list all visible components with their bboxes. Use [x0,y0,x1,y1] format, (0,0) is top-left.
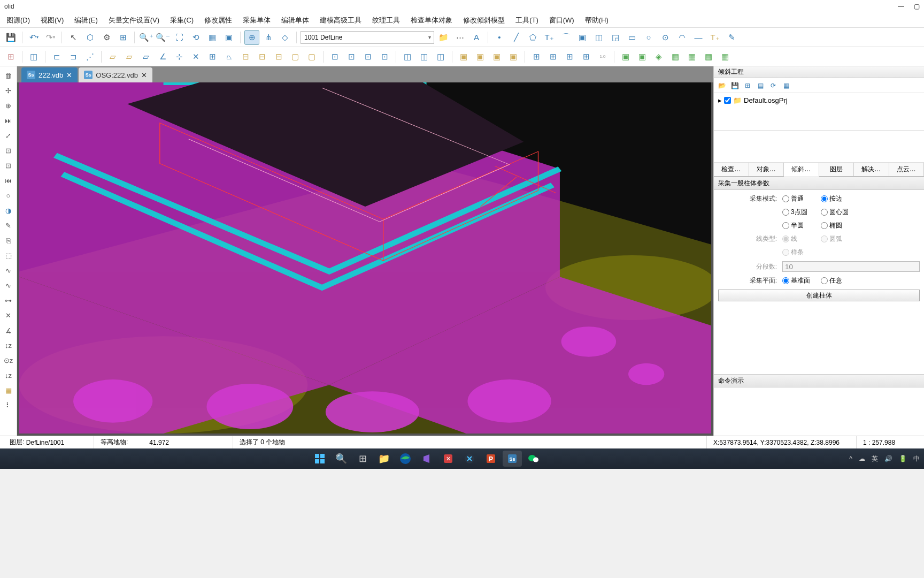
lb-cut-icon[interactable]: ✕ [1,308,16,322]
rp-save-icon[interactable]: 💾 [729,80,741,92]
vs-icon[interactable] [417,451,436,467]
redo-icon[interactable]: ↷▾ [43,30,58,45]
tb2-e2-icon[interactable]: ▣ [635,49,650,64]
tb2-sq3-icon[interactable]: ⊡ [360,49,375,64]
panel-tab-check[interactable]: 检查… [714,163,749,176]
tb2-sq1-icon[interactable]: ⊡ [327,49,342,64]
app1-icon[interactable]: ✕ [438,451,458,467]
rect-icon[interactable]: ▭ [625,30,640,45]
lb-angle-icon[interactable]: ∡ [1,323,16,337]
rp-add-icon[interactable]: ⊞ [742,80,753,92]
mode-semi[interactable]: 半圆 [782,221,817,230]
eyedropper-icon[interactable]: ✎ [724,30,739,45]
menu-check[interactable]: 检查单体对象 [406,13,457,27]
text-box-icon[interactable]: A [469,30,484,45]
tb2-trap-icon[interactable]: ⏢ [221,49,236,64]
lb-delete-icon[interactable]: 🗑 [1,69,16,82]
hexagon-icon[interactable]: ⬡ [82,30,97,45]
tb2-g3-icon[interactable]: ◫ [433,49,448,64]
search-button[interactable]: 🔍 [332,451,351,467]
powerpoint-icon[interactable]: P [481,451,500,467]
mode-center[interactable]: 圆心圆 [821,208,855,217]
lb-curve2-icon[interactable]: ∿ [1,278,16,292]
arc2-icon[interactable]: ◠ [674,30,689,45]
tb2-c1-icon[interactable]: ▣ [456,49,471,64]
wechat-icon[interactable] [524,451,543,467]
tb2-diag-icon[interactable]: ⋰ [82,49,97,64]
mode-byedge[interactable]: 按边 [821,194,855,203]
arc-icon[interactable]: ⌒ [558,30,573,45]
menu-modattr[interactable]: 修改属性 [200,13,236,27]
rp-refresh-icon[interactable]: ⟳ [767,80,779,92]
gear-icon[interactable]: ⚙ [99,30,114,45]
box-icon[interactable]: ◫ [591,30,606,45]
menu-vector[interactable]: 矢量文件设置(V) [104,13,164,27]
tb2-e1-icon[interactable]: ▣ [618,49,633,64]
lb-link-icon[interactable]: ⊶ [1,293,16,307]
tb2-align-right-icon[interactable]: ⊐ [66,49,81,64]
tb2-e3-icon[interactable]: ◈ [651,49,666,64]
tb2-1-icon[interactable]: ⊞ [3,49,18,64]
edge-icon[interactable] [396,451,415,467]
tray-ime[interactable]: 英 [872,454,878,463]
settings2-icon[interactable]: ⊞ [116,30,130,45]
menu-collectsingle[interactable]: 采集单体 [238,13,275,27]
lb-expand-icon[interactable]: ⤢ [1,128,16,142]
tb2-layer3-icon[interactable]: ▱ [138,49,153,64]
tray-ime2[interactable]: 中 [913,454,920,463]
menu-window[interactable]: 窗口(W) [545,13,579,27]
project-tree[interactable]: ▸ 📁 Default.osgPrj [714,93,924,131]
start-button[interactable] [310,451,329,467]
pointer-icon[interactable]: ↖ [66,30,81,45]
tb2-stack2-icon[interactable]: ⊟ [255,49,270,64]
tab-222-vdb[interactable]: Ss 222.vdb ✕ [21,67,78,82]
tab-close-icon[interactable]: ✕ [141,71,147,79]
lb-more-icon[interactable]: ⠇ [1,398,16,412]
undo-icon[interactable]: ↶▾ [26,30,41,45]
explorer-icon[interactable]: 📁 [374,451,394,467]
dash-icon[interactable]: — [691,30,706,45]
menu-modeltools[interactable]: 建模高级工具 [315,13,366,27]
tray-volume-icon[interactable]: 🔊 [884,455,892,462]
lb-z3-icon[interactable]: ↓z [1,368,16,382]
rhombus-icon[interactable]: ◇ [278,30,292,45]
zoom-out-icon[interactable]: 🔍⁻ [155,30,170,45]
lb-copy-icon[interactable]: ⎘ [1,233,16,247]
mode-ellipse[interactable]: 椭圆 [821,221,855,230]
plane-base[interactable]: 基准面 [782,276,817,285]
folder-icon[interactable]: 📁 [436,30,451,45]
lb-curve-icon[interactable]: ∿ [1,263,16,277]
tb2-sq2-icon[interactable]: ⊡ [344,49,359,64]
panel-tab-cloud[interactable]: 点云… [889,163,925,176]
lb-add-icon[interactable]: ⊕ [1,98,16,112]
lb-circle-icon[interactable]: ○ [1,188,16,202]
layer-combo[interactable]: 1001 DefLine [301,31,434,44]
pan-icon[interactable]: ▦ [205,30,220,45]
tb2-layer1-icon[interactable]: ▱ [105,49,120,64]
text2-icon[interactable]: T₊ [707,30,722,45]
plane-any[interactable]: 任意 [821,276,855,285]
tb2-d4-icon[interactable]: ⊞ [579,49,594,64]
menu-texture[interactable]: 纹理工具 [368,13,404,27]
tb2-c4-icon[interactable]: ▣ [506,49,521,64]
tb2-stack1-icon[interactable]: ⊟ [238,49,253,64]
menu-edit[interactable]: 编辑(E) [70,13,102,27]
tab-osg-222-vdb[interactable]: Ss OSG:222.vdb ✕ [79,67,152,82]
zoom-in-icon[interactable]: 🔍⁺ [138,30,153,45]
tab-close-icon[interactable]: ✕ [66,71,72,79]
tray-cloud-icon[interactable]: ☁ [859,455,865,462]
lb-edit-icon[interactable]: ✎ [1,218,16,232]
lb-select-icon[interactable]: ⬚ [1,248,16,262]
rp-img-icon[interactable]: ▦ [780,80,792,92]
this-app-icon[interactable]: Ss [503,451,522,467]
lb-z1-icon[interactable]: ↕z [1,338,16,352]
app2-icon[interactable] [460,451,479,467]
lb-paint-icon[interactable]: ▦ [1,383,16,397]
mode-3pt[interactable]: 3点圆 [782,208,817,217]
tb2-g2-icon[interactable]: ◫ [417,49,432,64]
tb2-grid-icon[interactable]: ⊞ [205,49,220,64]
save-icon[interactable]: 💾 [3,30,18,45]
tb2-e6-icon[interactable]: ▦ [701,49,716,64]
ellipsis-icon[interactable]: ⋯ [452,30,467,45]
create-prism-button[interactable]: 创建柱体 [718,290,920,301]
